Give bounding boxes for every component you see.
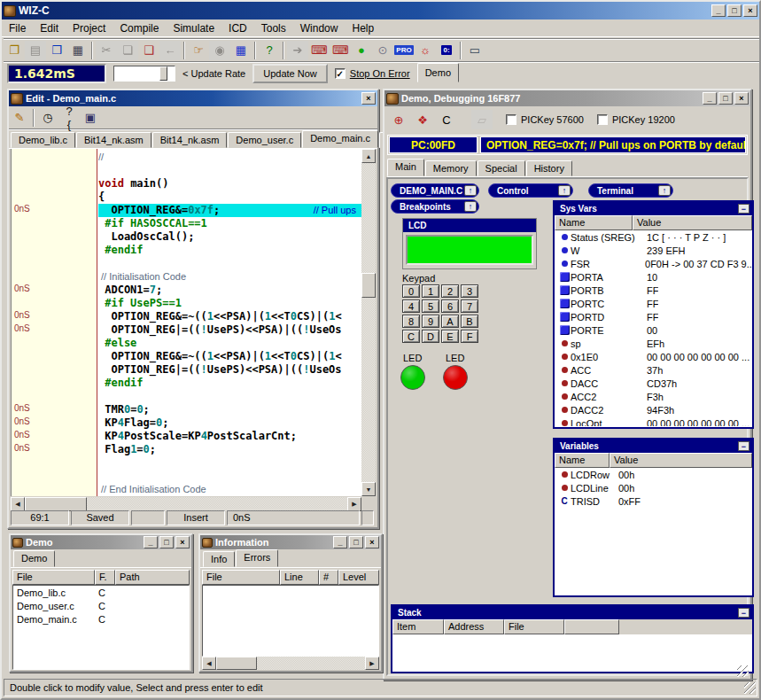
stop-on-error-checkbox[interactable]: ✓ Stop On Error bbox=[335, 68, 410, 79]
scroll-up-icon[interactable]: ▲ bbox=[361, 149, 376, 163]
minimize-button[interactable]: _ bbox=[144, 536, 158, 548]
col-value[interactable]: Value bbox=[633, 215, 752, 230]
project-file-row[interactable]: Demo_user.cC bbox=[13, 601, 189, 614]
gutter-cell[interactable] bbox=[12, 164, 98, 177]
project-file-row[interactable]: Demo_lib.cC bbox=[13, 587, 189, 601]
var-row-sp[interactable]: spEFh bbox=[555, 337, 752, 350]
menu-item-tools[interactable]: Tools bbox=[254, 20, 293, 36]
keypad-key-5[interactable]: 5 bbox=[422, 299, 439, 313]
source-tab-4[interactable]: Demo_main.c bbox=[302, 130, 378, 148]
hscroll-thumb[interactable] bbox=[25, 497, 87, 511]
code-line-21[interactable]: 0nS KP4PostScale=KP4PostScalarCnt; bbox=[12, 430, 361, 443]
maximize-button[interactable]: □ bbox=[727, 4, 742, 17]
zoom-icon[interactable]: ⊕ bbox=[388, 110, 409, 129]
gutter-cell[interactable] bbox=[12, 470, 98, 483]
menu-item-file[interactable]: File bbox=[2, 20, 33, 36]
gutter-cell[interactable] bbox=[12, 377, 98, 390]
col-address[interactable]: Address bbox=[444, 619, 504, 634]
var-row-0x1E0[interactable]: 0x1E000 00 00 00 00 00 00 ... bbox=[555, 350, 752, 363]
gutter-cell[interactable] bbox=[12, 297, 98, 310]
panel-button-terminal[interactable]: Terminal↑ bbox=[588, 183, 673, 198]
var-row-W[interactable]: W239 EFH bbox=[555, 244, 752, 257]
keypad-key-C[interactable]: C bbox=[402, 330, 420, 343]
gutter-cell[interactable] bbox=[12, 270, 98, 284]
debug-tab-0[interactable]: Main bbox=[387, 159, 424, 176]
keypad-key-6[interactable]: 6 bbox=[441, 299, 459, 313]
var-row-PORTB[interactable]: PORTBFF bbox=[555, 284, 752, 297]
gutter-cell[interactable] bbox=[12, 350, 98, 363]
source-tab-2[interactable]: Bit14_nk.asm bbox=[152, 132, 228, 148]
col-file[interactable]: File bbox=[202, 570, 280, 585]
keypad-key-4[interactable]: 4 bbox=[402, 299, 420, 313]
code-line-16[interactable]: OPTION_REG|=((!UsePS)<<PSA)|((!UseOs bbox=[12, 363, 361, 377]
menu-item-edit[interactable]: Edit bbox=[33, 20, 66, 36]
save-as-icon[interactable]: ❒ bbox=[46, 41, 67, 60]
minimize-panel-icon[interactable]: − bbox=[738, 441, 749, 451]
gutter-cell[interactable]: 0nS bbox=[12, 310, 98, 323]
keypad-key-3[interactable]: 3 bbox=[461, 284, 478, 298]
export-doc-icon[interactable]: ✎ bbox=[9, 108, 30, 128]
gutter-cell[interactable] bbox=[12, 230, 98, 244]
single-step-icon[interactable]: ☼ bbox=[415, 41, 436, 60]
pickey-checkbox-0[interactable]: PICKey 57600 bbox=[506, 114, 584, 125]
col-value[interactable]: Value bbox=[610, 453, 752, 468]
scroll-right-icon[interactable]: ▶ bbox=[347, 497, 361, 511]
code-line-2[interactable]: void main() bbox=[12, 177, 361, 191]
panel-button-breakpoints[interactable]: Breakpoints↑ bbox=[391, 199, 479, 214]
var-row-TRISD[interactable]: CTRISD0xFF bbox=[555, 494, 752, 508]
close-button[interactable]: × bbox=[734, 92, 749, 105]
source-tab-0[interactable]: Demo_lib.c bbox=[11, 132, 75, 148]
source-tab-3[interactable]: Demo_user.c bbox=[228, 132, 301, 148]
var-row-PORTE[interactable]: PORTE00 bbox=[555, 323, 752, 337]
program-chip-icon[interactable]: ⌨ bbox=[308, 41, 330, 60]
gutter-cell[interactable] bbox=[12, 390, 98, 403]
keypad-key-2[interactable]: 2 bbox=[441, 284, 459, 298]
gutter-cell[interactable] bbox=[12, 244, 98, 257]
menu-item-help[interactable]: Help bbox=[345, 20, 381, 36]
col-line[interactable]: Line bbox=[280, 570, 319, 585]
gutter-cell[interactable]: 0nS bbox=[12, 403, 98, 416]
gutter-cell[interactable]: 0nS bbox=[12, 284, 98, 297]
keypad-key-9[interactable]: 9 bbox=[422, 315, 439, 328]
col-num[interactable]: # bbox=[319, 570, 338, 585]
code-editor[interactable]: //void main(){0nS OPTION_REG&=0x7f;// Pu… bbox=[11, 149, 361, 496]
code-line-13[interactable]: 0nS OPTION_REG|=((!UsePS)<<PSA)|((!UseOs bbox=[12, 323, 361, 337]
col-name[interactable]: Name bbox=[555, 453, 610, 468]
gutter-cell[interactable]: 0nS bbox=[12, 430, 98, 443]
analyse-icon[interactable]: ⊙ bbox=[372, 41, 393, 60]
gutter-cell[interactable] bbox=[12, 363, 98, 377]
code-line-14[interactable]: #else bbox=[12, 337, 361, 350]
slider-thumb[interactable] bbox=[159, 66, 167, 81]
project-file-row[interactable]: Demo_main.cC bbox=[13, 614, 189, 627]
vscroll-thumb[interactable] bbox=[361, 273, 376, 298]
verify-chip-icon[interactable]: ⌨ bbox=[330, 41, 351, 60]
minimize-panel-icon[interactable]: − bbox=[738, 204, 749, 214]
gutter-cell[interactable] bbox=[12, 217, 98, 230]
gutter-cell[interactable] bbox=[12, 337, 98, 350]
code-line-4[interactable]: 0nS OPTION_REG&=0x7f;// Pull ups bbox=[12, 204, 361, 217]
gutter-cell[interactable]: 0nS bbox=[12, 443, 98, 456]
debug-tab-3[interactable]: History bbox=[526, 160, 572, 176]
code-line-17[interactable]: #endif bbox=[12, 377, 361, 390]
var-row-DACC2[interactable]: DACC294F3h bbox=[555, 403, 752, 416]
chip-icon[interactable]: ▦ bbox=[230, 41, 252, 60]
col-f[interactable]: F. bbox=[95, 570, 115, 585]
code-line-15[interactable]: OPTION_REG&=~((1<<PSA)|(1<<T0CS)|(1< bbox=[12, 350, 361, 363]
editor-vscrollbar[interactable]: ▲ ▼ bbox=[361, 149, 376, 496]
col-item[interactable]: Item bbox=[392, 619, 444, 634]
gutter-cell[interactable] bbox=[12, 456, 98, 470]
gutter-cell[interactable] bbox=[12, 191, 98, 204]
var-row-FSR[interactable]: FSR0F0H -> 00 37 CD F3 9... bbox=[555, 257, 752, 270]
update-now-button[interactable]: Update Now bbox=[252, 64, 328, 83]
var-row-PORTD[interactable]: PORTDFF bbox=[555, 310, 752, 323]
code-line-3[interactable]: { bbox=[12, 191, 361, 204]
minimize-button[interactable]: _ bbox=[333, 536, 347, 548]
close-button[interactable]: × bbox=[743, 4, 757, 17]
code-line-5[interactable]: #if HASOSCCAL==1 bbox=[12, 217, 361, 230]
goto-hand-icon[interactable]: ☞ bbox=[188, 41, 209, 60]
keypad-key-B[interactable]: B bbox=[461, 315, 478, 328]
keypad-key-F[interactable]: F bbox=[461, 330, 478, 343]
code-line-1[interactable] bbox=[12, 164, 361, 177]
menu-item-icd[interactable]: ICD bbox=[221, 20, 254, 36]
print-icon[interactable]: ▦ bbox=[67, 41, 89, 60]
